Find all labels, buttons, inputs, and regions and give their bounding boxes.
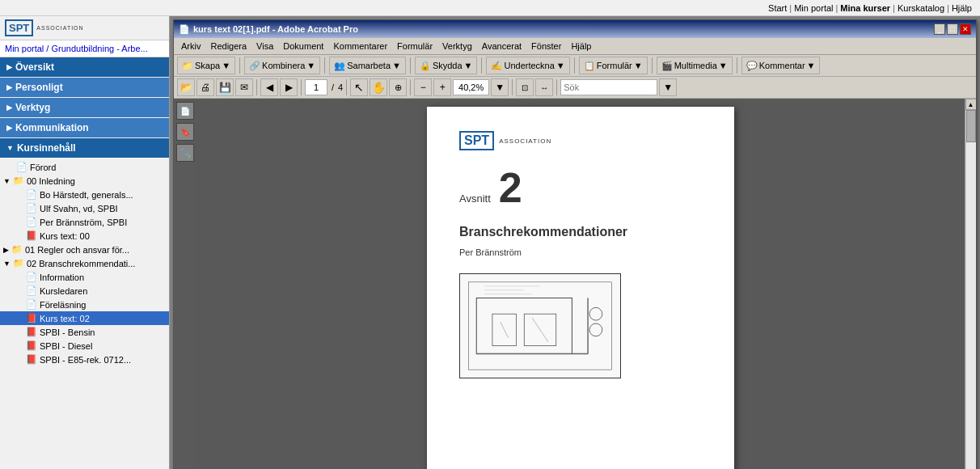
maximize-button[interactable]: □ [947,23,958,35]
tree-item-spbi-e85[interactable]: 📕 SPBI - E85-rek. 0712... [0,353,169,366]
fit-page-button[interactable]: ⊡ [516,78,534,96]
prev-page-button[interactable]: ◀ [260,78,278,96]
nav-kurskatalog[interactable]: Kurskatalog [898,3,944,13]
sidebar-tree: 📄 Förord ▼ 📁 00 Inledning 📄 Bo Härstedt,… [0,158,169,469]
menu-dokument[interactable]: Dokument [279,40,327,53]
tree-label: Per Brännström, SPBI [40,218,127,227]
tree-label: Kursledaren [40,286,87,296]
tree-label: 00 Inledning [27,176,75,186]
nav-mina-kurser[interactable]: Mina kurser [840,3,890,13]
nav-hjalp[interactable]: Hjälp [952,3,972,13]
tree-folder-inledning[interactable]: ▼ 📁 00 Inledning [0,174,169,188]
nav-start[interactable]: Start [768,3,787,13]
tree-item-kursledaren[interactable]: 📄 Kursledaren [0,284,169,298]
pdf-author: Per Brännström [459,247,702,257]
doc-icon: 📄 [26,285,37,296]
scroll-thumb[interactable] [966,110,976,142]
hand-tool-button[interactable]: ✋ [370,78,387,96]
combine-icon: 🔗 [249,61,260,71]
tree-item-spbi-bensin[interactable]: 📕 SPBI - Bensin [0,325,169,339]
print-button[interactable]: 🖨 [196,78,214,96]
acrobat-toolbar2: 📂 🖨 💾 ✉ ◀ ▶ / 4 ↖ ✋ ⊕ − + ▼ [174,77,976,99]
menu-kommentarer[interactable]: Kommentarer [329,40,391,53]
dropdown-icon: ▼ [807,61,816,70]
zoom-in-button[interactable]: + [433,78,451,96]
scroll-track[interactable] [966,110,976,469]
dropdown-icon: ▼ [222,61,230,70]
acrobat-scrollbar: ▲ ▼ [965,99,976,469]
toolbar-skydda[interactable]: 🔒 Skydda ▼ [415,57,478,74]
open-button[interactable]: 📂 [177,78,195,96]
fit-width-button[interactable]: ↔ [535,78,553,96]
menu-verktyg[interactable]: Verktyg [438,40,476,53]
next-page-button[interactable]: ▶ [280,78,298,96]
minimize-button[interactable]: _ [934,23,945,35]
toolbar-kommentar[interactable]: 💬 Kommentar ▼ [741,57,821,74]
expand-icon: ▶ [3,246,9,254]
search-input[interactable] [560,79,657,95]
sidebar-header: SPT ASSOCIATION [0,16,169,40]
panel-pages-button[interactable]: 📄 [176,102,194,120]
tree-item-svahn[interactable]: 📄 Ulf Svahn, vd, SPBI [0,201,169,215]
menu-visa[interactable]: Visa [252,40,277,53]
pdf-icon: 📕 [26,230,37,241]
arrow-icon: ▶ [6,83,12,91]
panel-attachments-button[interactable]: 📎 [176,144,194,162]
sidebar-section-oversikt[interactable]: ▶ Översikt [0,57,169,77]
pdf-icon: 📕 [26,340,37,351]
tree-item-forord[interactable]: 📄 Förord [0,160,169,174]
zoom-out-button[interactable]: − [414,78,432,96]
spt-logo: SPT [5,19,33,36]
arrow-icon: ▼ [6,144,14,152]
panel-bookmarks-button[interactable]: 🔖 [176,123,194,141]
menu-fonster[interactable]: Fönster [527,40,565,53]
separator [346,79,347,95]
arrow-icon: ▶ [6,63,12,71]
tree-item-brannstrom[interactable]: 📄 Per Brännström, SPBI [0,215,169,229]
tree-item-kurstext02[interactable]: 📕 Kurs text: 02 [0,311,169,325]
scroll-up-button[interactable]: ▲ [965,99,977,110]
toolbar-multimedia[interactable]: 🎬 Multimedia ▼ [657,57,733,74]
tree-folder-bransch[interactable]: ▼ 📁 02 Branschrekommendati... [0,256,169,270]
pdf-section-number: 2 [499,167,522,209]
tree-item-harstedt[interactable]: 📄 Bo Härstedt, generals... [0,188,169,201]
expand-icon: ▼ [3,260,11,268]
close-button[interactable]: ✕ [960,23,971,35]
menu-avancerat[interactable]: Avancerat [478,40,526,53]
tree-item-forelasning[interactable]: 📄 Föreläsning [0,298,169,311]
menu-formular[interactable]: Formulär [393,40,437,53]
zoom-dropdown-button[interactable]: ▼ [491,78,509,96]
page-number-input[interactable] [305,79,327,95]
tree-item-kurstext00[interactable]: 📕 Kurs text: 00 [0,229,169,243]
menu-redigera[interactable]: Redigera [206,40,251,53]
tree-label: Förord [30,163,56,172]
toolbar-kombinera[interactable]: 🔗 Kombinera ▼ [244,57,320,74]
toolbar-underteckna[interactable]: ✍ Underteckna ▼ [486,57,569,74]
sidebar-section-personligt[interactable]: ▶ Personligt [0,78,169,97]
nav-min-portal[interactable]: Min portal [794,3,833,13]
pdf-view[interactable]: SPT ASSOCIATION Avsnitt 2 Branschrekomme… [196,99,965,469]
save-button[interactable]: 💾 [216,78,234,96]
select-tool-button[interactable]: ⊕ [389,78,407,96]
email-button[interactable]: ✉ [235,78,253,96]
menu-hjalp[interactable]: Hjälp [567,40,595,53]
acrobat-menubar: Arkiv Redigera Visa Dokument Kommentarer… [174,38,976,55]
toolbar-formular[interactable]: 📋 Formulär ▼ [579,57,648,74]
cursor-tool-button[interactable]: ↖ [350,78,368,96]
sidebar-section-kommunikation[interactable]: ▶ Kommunikation [0,118,169,137]
tree-item-spbi-diesel[interactable]: 📕 SPBI - Diesel [0,339,169,353]
search-dropdown-button[interactable]: ▼ [659,78,677,96]
toolbar-samarbeta[interactable]: 👥 Samarbeta ▼ [329,57,406,74]
zoom-input[interactable] [453,79,489,95]
sidebar-section-verktyg[interactable]: ▶ Verktyg [0,98,169,117]
menu-arkiv[interactable]: Arkiv [177,40,205,53]
breadcrumb[interactable]: Min portal / Grundutbildning - Arbe... [0,40,169,57]
pdf-icon: 📕 [26,327,37,337]
tree-folder-regler[interactable]: ▶ 📁 01 Regler och ansvar för... [0,243,169,256]
doc-icon: 📄 [26,217,37,227]
window-controls: _ □ ✕ [934,23,971,35]
toolbar-skapa[interactable]: 📁 Skapa ▼ [177,57,235,74]
separator [652,57,653,74]
tree-item-information[interactable]: 📄 Information [0,270,169,284]
sidebar-section-kursinnehall[interactable]: ▼ Kursinnehåll [0,138,169,158]
